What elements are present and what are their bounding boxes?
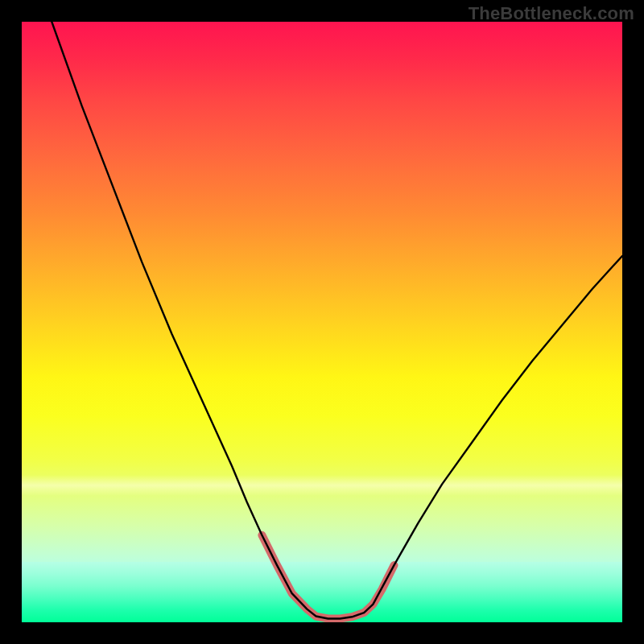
plot-area — [22, 22, 622, 622]
pink-highlight — [262, 535, 394, 619]
chart-container: TheBottleneck.com — [0, 0, 644, 644]
curve-layer — [22, 22, 622, 622]
bottleneck-curve-path — [52, 22, 622, 619]
watermark-text: TheBottleneck.com — [469, 3, 634, 24]
pink-highlight-path — [262, 535, 394, 619]
bottleneck-curve — [52, 22, 622, 619]
